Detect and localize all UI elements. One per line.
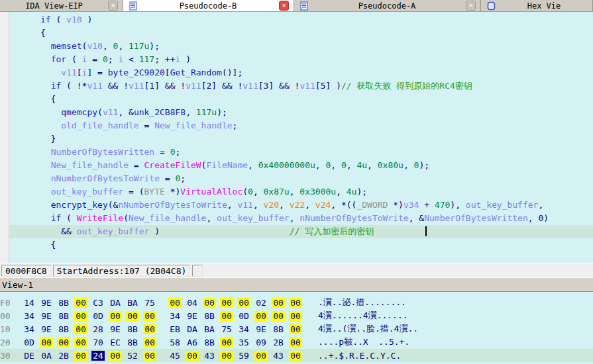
hex-byte[interactable]: 0D [237, 311, 250, 321]
code-line[interactable]: memset(v10, 0, 117u); [9, 40, 593, 53]
hex-byte[interactable]: 00 [109, 311, 122, 321]
code-line[interactable]: v11[i] = byte_2C9020[Get_Random()]; [9, 66, 593, 79]
hex-byte[interactable]: 00 [143, 311, 156, 321]
hex-byte[interactable]: 8B [126, 324, 139, 334]
hex-byte[interactable]: 00 [168, 298, 182, 308]
hex-byte[interactable]: BA [203, 324, 216, 334]
hex-byte[interactable]: EB [168, 324, 182, 334]
hex-byte[interactable]: 00 [289, 324, 302, 334]
hex-byte[interactable]: 00 [186, 351, 199, 361]
code-line[interactable]: old_file_handle = New_file_handle; [9, 119, 593, 132]
hex-byte[interactable]: 8B [126, 338, 139, 347]
hex-byte[interactable]: 00 [289, 338, 302, 347]
code-line[interactable]: if ( v10 ) [9, 13, 593, 26]
close-icon[interactable]: ✕ [466, 1, 476, 11]
hex-byte[interactable]: 34 [23, 324, 36, 334]
hex-byte[interactable]: 52 [126, 351, 139, 361]
code-line[interactable]: if ( !*v11 && !v11[1] && !v11[2] && !v11… [9, 79, 593, 93]
tab-hex-vie[interactable]: Hex Vie [481, 0, 593, 11]
hex-byte[interactable]: 9E [109, 324, 122, 334]
hex-byte[interactable]: BA [126, 298, 139, 308]
hex-byte[interactable]: 09 [254, 338, 268, 347]
hex-byte[interactable]: 00 [143, 351, 156, 361]
hex-byte[interactable]: 9E [186, 311, 199, 321]
hex-byte[interactable]: 75 [143, 298, 156, 308]
hex-byte[interactable]: 9E [254, 324, 268, 334]
hex-byte[interactable]: 00 [57, 338, 70, 347]
code-line[interactable]: { [9, 26, 593, 40]
hex-byte[interactable]: 00 [40, 338, 53, 347]
hex-byte[interactable]: 00 [143, 324, 156, 334]
code-line[interactable]: qmemcpy(v11, &unk_2CB8F8, 117u); [9, 106, 593, 119]
hex-byte[interactable]: 0A [40, 351, 53, 361]
hex-byte[interactable]: 2B [272, 338, 285, 347]
hex-byte[interactable]: 43 [272, 351, 285, 361]
hex-byte[interactable]: 35 [237, 338, 250, 347]
tab-pseudocode-b[interactable]: Pseudocode-B✕ [123, 0, 294, 11]
hex-byte[interactable]: 59 [237, 351, 250, 361]
hex-byte[interactable]: 75 [220, 324, 233, 334]
hex-byte[interactable]: 00 [74, 324, 87, 334]
hex-byte[interactable]: 00 [74, 311, 87, 321]
hex-byte[interactable]: 8B [203, 338, 216, 347]
hex-byte[interactable]: 00 [289, 351, 302, 361]
hex-byte[interactable]: A6 [186, 338, 199, 347]
hex-byte[interactable]: 00 [220, 298, 233, 308]
code-line[interactable]: && out_key_buffer ) // 写入加密后的密钥 [9, 225, 593, 238]
code-line[interactable]: NumberOfBytesWritten = 0; [9, 146, 593, 159]
hex-byte[interactable]: 8B [57, 298, 70, 308]
hex-byte[interactable]: 00 [143, 338, 156, 347]
hex-byte[interactable]: C3 [91, 298, 105, 308]
hex-byte[interactable]: 45 [168, 351, 182, 361]
hex-byte[interactable]: 00 [126, 311, 139, 321]
hex-byte[interactable]: EC [109, 338, 122, 347]
hex-byte[interactable]: 00 [109, 351, 122, 361]
code-line[interactable]: { [9, 238, 593, 251]
hex-byte[interactable]: 8B [57, 311, 70, 321]
hex-byte[interactable]: 8B [272, 324, 285, 334]
hex-byte[interactable]: DA [109, 298, 122, 308]
code-line[interactable]: nNumberOfBytesToWrite = 0; [9, 172, 593, 185]
hex-byte[interactable]: 00 [220, 311, 233, 321]
hex-byte[interactable]: 00 [254, 351, 268, 361]
code-line[interactable]: New_file_handle = CreateFileW(FileName, … [9, 159, 593, 172]
tab-pseudocode-a[interactable]: Pseudocode-A✕ [294, 0, 481, 11]
hex-byte[interactable]: DE [23, 351, 36, 361]
hex-byte[interactable]: 34 [237, 324, 250, 334]
code-line[interactable]: if ( WriteFile(New_file_handle, out_key_… [9, 212, 593, 225]
hex-byte[interactable]: 02 [254, 298, 268, 308]
hex-byte[interactable]: 00 [220, 351, 233, 361]
code-line[interactable]: { [9, 93, 593, 106]
hex-byte[interactable]: 43 [203, 351, 216, 361]
hex-byte[interactable]: 8B [57, 324, 70, 334]
tab-ida-view-eip[interactable]: IDA View-EIP✕ [0, 0, 123, 11]
hex-byte[interactable]: 00 [254, 311, 268, 321]
code-line[interactable]: encrypt_key(&nNumberOfBytesToWrite, v11,… [9, 199, 593, 212]
hex-byte[interactable]: 58 [168, 338, 182, 347]
hex-byte[interactable]: 8B [203, 311, 216, 321]
view-panel-titlebar[interactable]: View-1 [0, 277, 593, 292]
hex-byte[interactable]: 9E [40, 298, 53, 308]
hex-byte[interactable]: 00 [289, 311, 302, 321]
hex-byte[interactable]: 00 [74, 338, 87, 347]
hex-byte[interactable]: 00 [237, 298, 250, 308]
hex-byte[interactable]: 14 [23, 298, 36, 308]
close-icon[interactable]: ✕ [108, 1, 118, 11]
hex-byte[interactable]: 2B [57, 351, 70, 361]
hex-byte[interactable]: 34 [23, 311, 36, 321]
hex-byte[interactable]: 9E [40, 324, 53, 334]
code-line[interactable]: } [9, 132, 593, 146]
close-icon[interactable]: ✕ [279, 1, 289, 11]
hex-byte[interactable]: 24 [91, 351, 105, 361]
hex-byte[interactable]: 28 [91, 324, 105, 334]
hex-byte[interactable]: DA [186, 324, 199, 334]
hex-byte[interactable]: 00 [74, 351, 87, 361]
code-line[interactable]: for ( i = 0; i < 117; ++i ) [9, 53, 593, 66]
hex-byte[interactable]: 00 [272, 298, 285, 308]
hex-byte[interactable]: 00 [220, 338, 233, 347]
hex-byte[interactable]: 04 [186, 298, 199, 308]
code-line[interactable]: out_key_buffer = (BYTE *)VirtualAlloc(0,… [9, 185, 593, 199]
hex-byte[interactable]: 00 [74, 298, 87, 308]
hex-byte[interactable]: 9E [40, 311, 53, 321]
hex-byte[interactable]: 00 [203, 298, 216, 308]
